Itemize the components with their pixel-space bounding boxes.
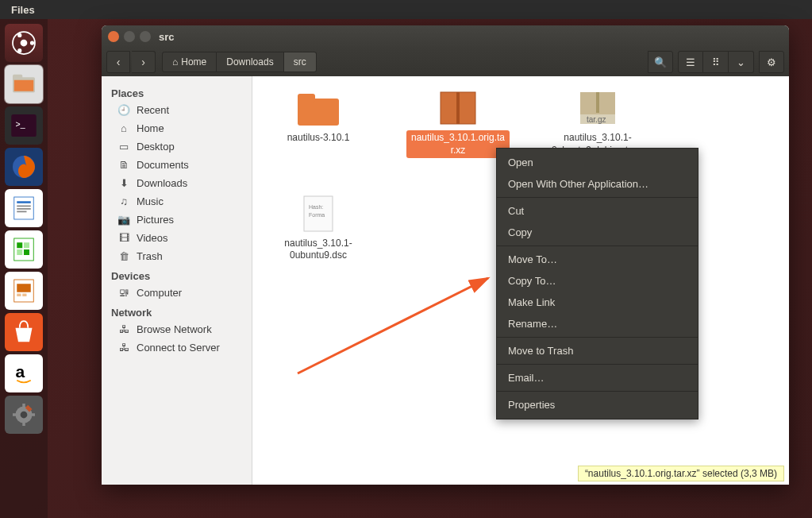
launcher-firefox[interactable] [5, 148, 43, 186]
menu-item-open[interactable]: Open [497, 152, 698, 173]
menu-item-properties[interactable]: Properties [497, 394, 698, 416]
grid-view-button[interactable]: ⠿ [703, 51, 729, 73]
launcher-terminal[interactable]: >_ [5, 106, 43, 145]
sidebar-icon: ▭ [117, 141, 130, 153]
sidebar-item-label: Connect to Server [137, 342, 220, 354]
sidebar-item-label: Desktop [137, 141, 175, 153]
sidebar-icon: 🗑 [117, 250, 130, 262]
svg-rect-15 [17, 211, 26, 213]
search-button[interactable]: 🔍 [648, 51, 673, 73]
file-icon: Hash:Forma [293, 191, 344, 236]
svg-rect-30 [13, 413, 18, 416]
svg-text:a: a [16, 362, 25, 381]
list-view-button[interactable]: ☰ [678, 51, 703, 73]
close-button[interactable] [108, 31, 119, 42]
launcher-impress[interactable] [5, 272, 43, 310]
home-icon: ⌂ [172, 56, 178, 68]
launcher-dash[interactable] [5, 24, 43, 62]
path-src[interactable]: src [284, 52, 317, 72]
sidebar-heading: Places [102, 83, 252, 101]
sidebar-icon: 🖧 [117, 323, 130, 335]
svg-rect-12 [17, 201, 31, 203]
sidebar: Places🕘Recent⌂Home▭Desktop🗎Documents⬇Dow… [102, 76, 252, 485]
minimize-button[interactable] [124, 31, 135, 42]
menu-item-rename[interactable]: Rename… [497, 313, 698, 334]
maximize-button[interactable] [140, 31, 151, 42]
settings-button[interactable]: ⚙ [759, 51, 784, 73]
menu-item-copy[interactable]: Copy [497, 222, 698, 243]
sidebar-icon: ⬇ [117, 177, 130, 189]
status-bar: “nautilus_3.10.1.orig.tar.xz” selected (… [578, 466, 784, 481]
file-item[interactable]: nautilus-3.10.1 [267, 86, 370, 171]
svg-text:Hash:: Hash: [309, 204, 323, 210]
launcher-writer[interactable] [5, 189, 43, 227]
sidebar-icon: 🖳 [117, 287, 130, 299]
chevron-down-icon: ⌄ [737, 56, 745, 68]
launcher-software[interactable] [5, 313, 43, 351]
sidebar-item-connect-to-server[interactable]: 🖧Connect to Server [102, 338, 252, 357]
menu-item-open-with-other-application[interactable]: Open With Other Application… [497, 173, 698, 195]
sidebar-icon: 🖧 [117, 342, 130, 354]
sidebar-item-desktop[interactable]: ▭Desktop [102, 137, 252, 156]
sidebar-item-label: Trash [137, 250, 163, 262]
launcher-settings[interactable] [5, 396, 43, 434]
sidebar-item-label: Pictures [137, 214, 174, 226]
launcher-amazon[interactable]: a [5, 354, 43, 392]
svg-rect-29 [22, 420, 25, 426]
file-label: nautilus_3.10.1.orig.tar.xz [406, 130, 510, 158]
forward-button[interactable]: › [132, 51, 156, 73]
file-label: nautilus-3.10.1 [284, 130, 353, 146]
svg-rect-38 [596, 92, 599, 113]
svg-rect-17 [17, 242, 22, 248]
breadcrumb: ⌂Home Downloads src [162, 52, 317, 72]
sidebar-item-downloads[interactable]: ⬇Downloads [102, 174, 252, 192]
svg-rect-33 [298, 94, 315, 103]
path-downloads[interactable]: Downloads [217, 52, 283, 72]
svg-rect-14 [17, 208, 31, 210]
file-icon [433, 86, 483, 130]
sidebar-item-trash[interactable]: 🗑Trash [102, 247, 252, 265]
sidebar-item-music[interactable]: ♫Music [102, 192, 252, 211]
menu-item-copy-to[interactable]: Copy To… [497, 270, 698, 292]
svg-rect-24 [22, 294, 26, 297]
menu-item-make-link[interactable]: Make Link [497, 292, 698, 313]
context-menu: OpenOpen With Other Application…CutCopyM… [496, 148, 698, 419]
svg-rect-22 [17, 284, 31, 292]
menu-item-cut[interactable]: Cut [497, 200, 698, 222]
svg-text:Forma: Forma [309, 212, 325, 218]
sidebar-item-documents[interactable]: 🗎Documents [102, 156, 252, 174]
window-titlebar[interactable]: src [102, 25, 789, 48]
svg-text:tar.gz: tar.gz [587, 115, 606, 124]
sidebar-item-pictures[interactable]: 📷Pictures [102, 211, 252, 229]
svg-text:>_: >_ [16, 119, 25, 129]
search-icon: 🔍 [654, 56, 667, 68]
file-item[interactable]: Hash:Formanautilus_3.10.1-0ubuntu9.dsc [267, 191, 370, 264]
svg-rect-18 [24, 242, 29, 248]
sidebar-item-recent[interactable]: 🕘Recent [102, 101, 252, 119]
svg-rect-13 [17, 206, 31, 207]
sidebar-icon: 🗎 [117, 159, 130, 171]
menu-item-move-to[interactable]: Move To… [497, 249, 698, 270]
svg-rect-6 [13, 75, 22, 80]
view-options-button[interactable]: ⌄ [729, 51, 754, 73]
svg-point-2 [30, 41, 34, 44]
svg-rect-7 [14, 80, 34, 91]
sidebar-icon: ⌂ [117, 122, 130, 134]
sidebar-item-home[interactable]: ⌂Home [102, 119, 252, 137]
sidebar-item-videos[interactable]: 🎞Videos [102, 229, 252, 247]
file-item[interactable]: nautilus_3.10.1.orig.tar.xz [406, 86, 510, 171]
back-button[interactable]: ‹ [106, 51, 130, 73]
launcher-files[interactable] [5, 65, 43, 103]
menu-item-email[interactable]: Email… [497, 367, 698, 388]
launcher-calc[interactable] [5, 230, 43, 269]
menu-separator [497, 197, 698, 198]
sidebar-item-computer[interactable]: 🖳Computer [102, 284, 252, 302]
sidebar-item-label: Recent [137, 104, 169, 116]
sidebar-item-label: Browse Network [137, 323, 212, 335]
sidebar-item-browse-network[interactable]: 🖧Browse Network [102, 320, 252, 338]
window-title: src [159, 31, 175, 43]
path-home[interactable]: ⌂Home [162, 52, 217, 72]
menu-item-move-to-trash[interactable]: Move to Trash [497, 340, 698, 361]
sidebar-icon: 🎞 [117, 232, 130, 244]
svg-point-27 [21, 412, 28, 419]
